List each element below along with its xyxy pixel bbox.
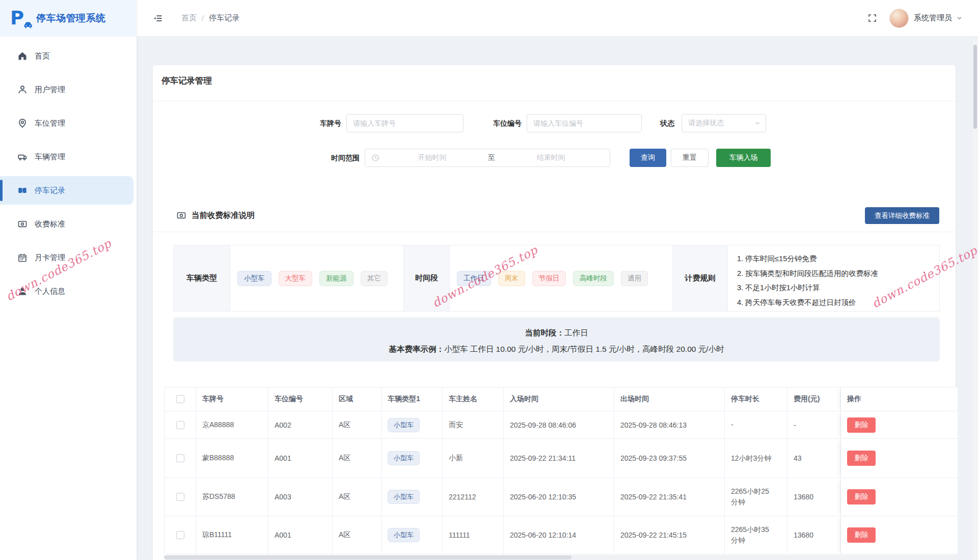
period-tag: 周末 <box>498 271 525 286</box>
location-pin-icon <box>17 118 28 128</box>
rate-example-value: 小型车 工作日 10.00 元/小时，周末/节假日 1.5 元/小时，高峰时段 … <box>444 345 724 353</box>
area-cell: A区 <box>333 411 382 439</box>
billing-rules: 1. 停车时间≤15分钟免费 2. 按车辆类型和时间段匹配适用的收费标准 3. … <box>728 245 939 311</box>
col-owner: 车主姓名 <box>443 387 504 411</box>
type-cell: 小型车 <box>382 439 443 478</box>
parking-records-card: 停车记录管理 车牌号 车位编号 状态 请选择状态 时间范围 开始时间 至 结束时… <box>153 65 956 560</box>
fee-standards-block: 车辆类型 小型车 大型车 新能源 其它 时间段 工作日 周末 节假日 高峰时段 … <box>173 245 940 312</box>
end-time-placeholder[interactable]: 结束时间 <box>498 153 604 162</box>
select-all-checkbox[interactable] <box>176 395 184 403</box>
delete-button[interactable]: 删除 <box>847 451 876 466</box>
divider <box>153 232 956 232</box>
sidebar-item-spots[interactable]: 车位管理 <box>0 109 133 137</box>
vertical-scrollbar[interactable] <box>973 39 977 560</box>
banknote-icon <box>176 210 186 220</box>
sidebar-item-home[interactable]: 首页 <box>0 42 133 70</box>
vehicle-type-tag: 小型车 <box>388 490 420 504</box>
type-cell: 小型车 <box>382 478 443 516</box>
vehicle-type-tag: 其它 <box>361 271 388 286</box>
rate-example-label: 基本费率示例： <box>389 345 445 353</box>
row-checkbox[interactable] <box>176 421 184 429</box>
sidebar-item-monthly-cards[interactable]: 月卡管理 <box>0 243 133 272</box>
owner-cell: 2212112 <box>443 478 504 516</box>
period-tags: 工作日 周末 节假日 高峰时段 通用 <box>450 245 673 311</box>
sidebar-menu: 首页 用户管理 车位管理 车辆管理 停车记录 收费标准 月卡管理 个人信息 <box>0 37 137 305</box>
exit-cell: 2025-09-22 21:35:41 <box>614 478 725 516</box>
plate-label: 车牌号 <box>304 114 341 132</box>
current-period-value: 工作日 <box>564 328 588 337</box>
collapse-menu-icon[interactable] <box>153 13 163 23</box>
period-tag: 节假日 <box>532 271 566 286</box>
sidebar-item-users[interactable]: 用户管理 <box>0 75 133 104</box>
spot-input[interactable] <box>527 114 642 132</box>
status-select[interactable]: 请选择状态 <box>682 114 766 132</box>
delete-button[interactable]: 删除 <box>847 489 876 505</box>
row-checkbox[interactable] <box>176 493 184 501</box>
start-time-placeholder[interactable]: 开始时间 <box>379 153 485 162</box>
entry-cell: 2025-09-22 21:34:11 <box>504 439 614 478</box>
sidebar-item-profile[interactable]: 个人信息 <box>0 277 133 305</box>
col-area: 区域 <box>333 387 382 411</box>
sidebar-item-label: 月卡管理 <box>35 253 65 263</box>
fullscreen-icon[interactable] <box>867 13 877 23</box>
search-button[interactable]: 查询 <box>630 149 666 167</box>
avatar[interactable] <box>889 9 909 28</box>
duration-cell: 2265小时25分钟 <box>725 478 787 516</box>
home-icon <box>17 51 28 61</box>
app-title: 停车场管理系统 <box>36 12 106 25</box>
exit-cell: 2025-09-28 08:46:13 <box>614 411 725 439</box>
sidebar-item-fee-standards[interactable]: 收费标准 <box>0 210 133 238</box>
entry-cell: 2025-06-20 12:10:35 <box>504 478 614 516</box>
row-checkbox[interactable] <box>176 531 184 539</box>
banknote-icon <box>17 219 28 229</box>
sidebar: P 停车场管理系统 首页 用户管理 车位管理 车辆管理 停车记录 收费标准 <box>0 0 137 560</box>
breadcrumb-home[interactable]: 首页 <box>181 13 197 23</box>
fee-cell: 13680 <box>787 478 841 516</box>
row-checkbox[interactable] <box>176 454 184 462</box>
fee-cell: 13680 <box>787 516 841 554</box>
horizontal-scrollbar-thumb[interactable] <box>164 555 572 559</box>
actions-cell: 删除 <box>841 439 958 478</box>
actions-cell: 删除 <box>841 411 958 439</box>
status-placeholder: 请选择状态 <box>688 119 754 128</box>
view-fee-details-button[interactable]: 查看详细收费标准 <box>865 207 939 224</box>
plate-cell: 琼B11111 <box>196 516 268 554</box>
plate-cell: 京A88888 <box>196 411 268 439</box>
sidebar-item-label: 个人信息 <box>35 287 65 296</box>
vehicle-types-label: 车辆类型 <box>174 245 230 311</box>
user-name[interactable]: 系统管理员 <box>914 13 952 23</box>
fee-cell: - <box>787 411 841 439</box>
vehicle-type-tag: 小型车 <box>388 418 420 432</box>
actions-cell: 删除 <box>841 478 958 516</box>
divider <box>153 101 956 101</box>
breadcrumb: 首页 / 停车记录 <box>181 13 239 23</box>
sidebar-item-parking-records[interactable]: 停车记录 <box>0 176 133 205</box>
range-separator: 至 <box>485 153 498 162</box>
header-right: 系统管理员 <box>867 9 963 28</box>
horizontal-scrollbar[interactable] <box>164 555 958 560</box>
reset-button[interactable]: 重置 <box>671 149 709 167</box>
col-entry: 入场时间 <box>504 387 614 411</box>
sidebar-item-label: 车辆管理 <box>35 152 65 162</box>
vehicle-type-tags: 小型车 大型车 新能源 其它 <box>230 245 404 311</box>
time-range-picker[interactable]: 开始时间 至 结束时间 <box>365 149 610 167</box>
rate-example-line: 基本费率示例：小型车 工作日 10.00 元/小时，周末/节假日 1.5 元/小… <box>173 341 940 357</box>
sidebar-item-label: 用户管理 <box>35 85 65 95</box>
user-icon <box>17 85 28 95</box>
exit-cell: 2025-09-22 21:45:15 <box>614 516 725 554</box>
delete-button[interactable]: 删除 <box>847 527 876 543</box>
chevron-down-icon[interactable] <box>956 15 963 21</box>
delete-button[interactable]: 删除 <box>847 417 876 433</box>
vehicle-entry-button[interactable]: 车辆入场 <box>716 149 771 167</box>
owner-cell: 小新 <box>443 439 504 478</box>
type-cell: 小型车 <box>382 411 443 439</box>
sidebar-item-label: 首页 <box>35 51 50 61</box>
owner-cell: 而安 <box>443 411 504 439</box>
vertical-scrollbar-thumb[interactable] <box>973 45 977 129</box>
spot-cell: A002 <box>268 411 333 439</box>
plate-input[interactable] <box>346 114 464 132</box>
sidebar-item-vehicles[interactable]: 车辆管理 <box>0 143 133 171</box>
area-cell: A区 <box>333 516 382 554</box>
chevron-down-icon <box>754 120 760 126</box>
row-select-cell <box>165 478 196 516</box>
